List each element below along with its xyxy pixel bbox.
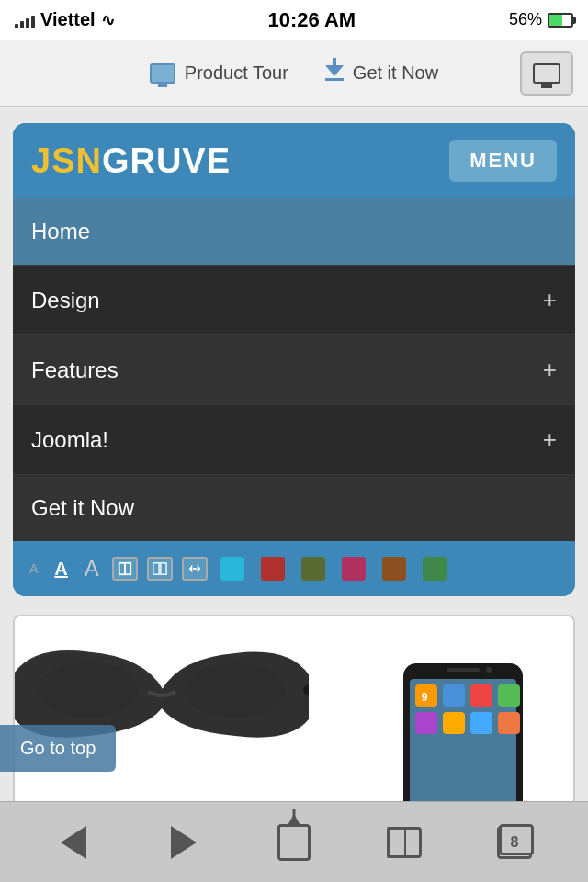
layout-arrows-btn[interactable] <box>182 557 208 581</box>
monitor-btn-icon <box>533 63 560 84</box>
layout-double-icon <box>153 560 167 577</box>
jsn-card: JSNGRUVE MENU Home Design + Features + J… <box>13 123 575 596</box>
nav-item-joomla[interactable]: Joomla! + <box>13 405 575 475</box>
font-medium-icon: A <box>54 559 67 580</box>
svg-rect-14 <box>498 684 520 707</box>
svg-point-7 <box>38 662 139 718</box>
share-icon <box>277 824 311 861</box>
svg-marker-4 <box>189 565 193 573</box>
battery-pct: 56% <box>509 10 542 29</box>
back-arrow-icon <box>61 826 86 859</box>
font-small-icon: A <box>29 561 38 576</box>
download-icon <box>325 65 344 81</box>
svg-rect-13 <box>470 684 492 707</box>
status-right: 56% <box>509 10 573 29</box>
signal-bars <box>15 12 35 28</box>
svg-rect-2 <box>153 563 159 574</box>
monitor-icon <box>150 63 175 84</box>
svg-rect-22 <box>447 668 480 672</box>
jsn-text: JSN <box>31 141 102 180</box>
layout-single-btn[interactable] <box>112 557 138 581</box>
swatch-brown <box>382 557 406 581</box>
get-it-now-label: Get it Now <box>353 62 438 84</box>
font-large-icon: A <box>85 556 99 582</box>
joomla-plus-icon: + <box>543 425 557 454</box>
forward-arrow-icon <box>171 826 197 859</box>
jsn-header: JSNGRUVE MENU <box>13 123 575 198</box>
jsn-logo: JSNGRUVE <box>31 141 231 181</box>
font-large-btn[interactable]: A <box>81 552 103 585</box>
svg-rect-18 <box>498 712 520 734</box>
top-nav-bar: Product Tour Get it Now <box>0 40 588 107</box>
menu-button[interactable]: MENU <box>449 140 557 182</box>
layout-double-btn[interactable] <box>147 557 173 581</box>
color-swatch-olive[interactable] <box>298 553 329 584</box>
product-tour-label: Product Tour <box>185 62 288 84</box>
svg-point-23 <box>486 667 492 673</box>
color-swatch-brown[interactable] <box>379 553 410 584</box>
tabs-button[interactable]: 8 <box>487 815 542 870</box>
swatch-olive <box>301 557 325 581</box>
swatch-green <box>423 557 447 581</box>
color-swatch-red[interactable] <box>257 553 288 584</box>
svg-rect-15 <box>415 712 437 734</box>
tabs-count: 8 <box>511 834 519 851</box>
back-button[interactable] <box>46 815 101 870</box>
nav-menu: Home Design + Features + Joomla! + Get i… <box>13 198 575 541</box>
svg-rect-16 <box>443 712 465 734</box>
swatch-pink <box>342 557 366 581</box>
nav-label-home: Home <box>31 219 90 244</box>
battery-icon <box>548 13 573 28</box>
nav-item-design[interactable]: Design + <box>13 266 575 335</box>
nav-item-home[interactable]: Home <box>13 198 575 266</box>
font-medium-btn[interactable]: A <box>51 555 71 583</box>
status-bar: Viettel ∿ 10:26 AM 56% <box>0 0 588 40</box>
share-button[interactable] <box>266 815 322 870</box>
gruve-text: GRUVE <box>102 141 231 180</box>
svg-text:9: 9 <box>422 691 428 704</box>
design-plus-icon: + <box>543 286 557 314</box>
bottom-browser-bar: 8 <box>0 801 588 882</box>
swatch-red <box>261 557 285 581</box>
bar4 <box>31 16 35 28</box>
font-small-btn[interactable]: A <box>26 558 41 580</box>
get-it-now-nav[interactable]: Get it Now <box>325 62 438 84</box>
svg-point-8 <box>185 662 286 718</box>
swatch-cyan <box>220 557 244 581</box>
nav-label-features: Features <box>31 357 119 383</box>
color-swatch-pink[interactable] <box>338 553 369 584</box>
svg-rect-17 <box>470 712 492 734</box>
nav-label-design: Design <box>31 288 100 313</box>
status-left: Viettel ∿ <box>15 9 115 30</box>
monitor-button[interactable] <box>520 51 573 96</box>
color-swatch-cyan[interactable] <box>217 553 248 584</box>
product-tour-nav[interactable]: Product Tour <box>150 62 288 84</box>
wifi-icon: ∿ <box>101 10 115 30</box>
svg-marker-5 <box>197 565 200 573</box>
toolbar: A A A <box>13 541 575 596</box>
nav-label-joomla: Joomla! <box>31 427 108 453</box>
status-time: 10:26 AM <box>267 8 356 32</box>
bar2 <box>20 21 24 28</box>
forward-button[interactable] <box>156 815 211 870</box>
bar1 <box>15 24 18 28</box>
tabs-icon: 8 <box>497 826 532 859</box>
nav-label-getit: Get it Now <box>31 495 134 521</box>
layout-single-icon <box>118 560 132 577</box>
bookmarks-button[interactable] <box>377 815 432 870</box>
go-to-top-button[interactable]: Go to top <box>0 725 116 772</box>
features-plus-icon: + <box>543 356 557 384</box>
svg-rect-3 <box>161 563 166 574</box>
layout-arrows-icon <box>187 560 202 577</box>
svg-rect-12 <box>443 684 465 707</box>
book-icon <box>387 827 422 858</box>
nav-item-features[interactable]: Features + <box>13 335 575 405</box>
bar3 <box>26 18 29 28</box>
nav-item-getit[interactable]: Get it Now <box>13 475 575 541</box>
color-swatch-green[interactable] <box>419 553 450 584</box>
carrier-label: Viettel <box>40 9 96 30</box>
